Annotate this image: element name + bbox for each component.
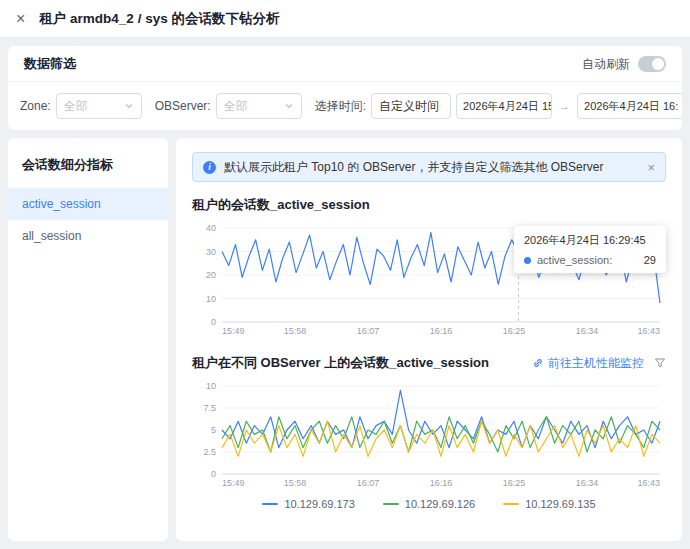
sidebar-item-label: active_session [22, 197, 101, 211]
date-range-start[interactable]: 2026年4月24日 15: [456, 93, 552, 119]
svg-text:16:25: 16:25 [503, 478, 526, 488]
time-label: 选择时间: [315, 98, 366, 115]
tooltip-time: 2026年4月24日 16:29:45 [524, 233, 656, 248]
date-range-end[interactable]: 2026年4月24日 16: [577, 93, 682, 119]
filter-section-title: 数据筛选 [24, 55, 76, 73]
chart2-area: 02.557.51015:4915:5816:0716:1616:2516:34… [192, 378, 666, 490]
series-dot-icon [524, 257, 531, 264]
chart-legend: 10.129.69.173 10.129.69.126 10.129.69.13… [192, 498, 666, 510]
chart-tooltip: 2026年4月24日 16:29:45 active_session: 29 [514, 226, 666, 273]
svg-text:16:34: 16:34 [576, 326, 599, 336]
observer-select-value: 全部 [224, 98, 248, 115]
chevron-down-icon [124, 101, 134, 111]
top-header: × 租户 armdb4_2 / sys 的会话数下钻分析 [0, 0, 690, 38]
svg-text:16:43: 16:43 [637, 478, 660, 488]
sidebar-item-all-session[interactable]: all_session [8, 220, 168, 252]
svg-text:16:07: 16:07 [357, 478, 380, 488]
svg-text:15:49: 15:49 [222, 326, 245, 336]
legend-item[interactable]: 10.129.69.126 [383, 498, 475, 510]
svg-text:15:49: 15:49 [222, 478, 245, 488]
legend-label: 10.129.69.135 [525, 498, 595, 510]
zone-select[interactable]: 全部 [56, 93, 142, 119]
svg-text:20: 20 [206, 270, 216, 280]
host-monitor-link[interactable]: 前往主机性能监控 [532, 355, 644, 372]
range-arrow-icon: → [559, 100, 570, 112]
chart1-area: 01020304015:4915:5816:0716:1616:2516:341… [192, 220, 666, 338]
svg-text:0: 0 [211, 469, 216, 479]
metric-sidebar: 会话数细分指标 active_session all_session [8, 138, 168, 541]
chart2-title: 租户在不同 OBServer 上的会话数_active_session [192, 354, 489, 372]
chevron-down-icon [439, 101, 443, 111]
time-mode-select[interactable]: 自定义时间 [371, 93, 451, 119]
svg-text:16:07: 16:07 [357, 326, 380, 336]
svg-text:16:43: 16:43 [637, 326, 660, 336]
filter-card: 数据筛选 自动刷新 Zone: 全部 OBServer: 全部 选择时间: 自定… [8, 46, 682, 130]
observer-select[interactable]: 全部 [216, 93, 302, 119]
observer-session-chart[interactable]: 02.557.51015:4915:5816:0716:1616:2516:34… [192, 378, 666, 490]
legend-label: 10.129.69.173 [284, 498, 354, 510]
sidebar-item-label: all_session [22, 229, 81, 243]
main-content: i 默认展示此租户 Top10 的 OBServer，并支持自定义筛选其他 OB… [176, 138, 682, 541]
legend-label: 10.129.69.126 [405, 498, 475, 510]
zone-select-value: 全部 [64, 98, 88, 115]
svg-text:30: 30 [206, 247, 216, 257]
svg-text:16:34: 16:34 [576, 478, 599, 488]
svg-text:16:16: 16:16 [430, 478, 453, 488]
legend-mark-icon [383, 503, 399, 505]
host-monitor-link-label: 前往主机性能监控 [548, 355, 644, 372]
funnel-icon [654, 357, 666, 369]
zone-label: Zone: [20, 99, 51, 113]
svg-text:5: 5 [211, 425, 216, 435]
info-banner: i 默认展示此租户 Top10 的 OBServer，并支持自定义筛选其他 OB… [192, 152, 666, 182]
legend-mark-icon [503, 503, 519, 505]
link-icon [532, 357, 544, 369]
svg-text:7.5: 7.5 [203, 403, 216, 413]
info-icon: i [203, 161, 216, 174]
legend-item[interactable]: 10.129.69.135 [503, 498, 595, 510]
close-icon[interactable]: × [16, 11, 25, 27]
banner-close-icon[interactable]: × [647, 160, 655, 175]
auto-refresh-toggle[interactable] [638, 56, 666, 72]
page-title: 租户 armdb4_2 / sys 的会话数下钻分析 [39, 10, 279, 28]
date-end-value: 2026年4月24日 16: [584, 99, 678, 114]
filter-funnel-button[interactable] [654, 357, 666, 369]
sidebar-item-active-session[interactable]: active_session [8, 188, 168, 220]
chevron-down-icon [284, 101, 294, 111]
tooltip-value: 29 [644, 254, 656, 266]
date-start-value: 2026年4月24日 15: [463, 99, 552, 114]
svg-text:15:58: 15:58 [284, 478, 307, 488]
sidebar-title: 会话数细分指标 [8, 150, 168, 188]
svg-text:0: 0 [211, 317, 216, 327]
tooltip-series-label: active_session: [537, 254, 612, 266]
svg-text:15:58: 15:58 [284, 326, 307, 336]
svg-text:10: 10 [206, 294, 216, 304]
legend-mark-icon [262, 503, 278, 505]
auto-refresh-label: 自动刷新 [582, 56, 630, 73]
chart1-title: 租户的会话数_active_session [192, 196, 666, 214]
time-mode-value: 自定义时间 [379, 98, 439, 115]
svg-text:10: 10 [206, 381, 216, 391]
svg-text:40: 40 [206, 223, 216, 233]
observer-label: OBServer: [155, 99, 211, 113]
legend-item[interactable]: 10.129.69.173 [262, 498, 354, 510]
svg-text:16:16: 16:16 [430, 326, 453, 336]
banner-text: 默认展示此租户 Top10 的 OBServer，并支持自定义筛选其他 OBSe… [224, 159, 603, 176]
svg-text:2.5: 2.5 [203, 447, 216, 457]
svg-text:16:25: 16:25 [503, 326, 526, 336]
